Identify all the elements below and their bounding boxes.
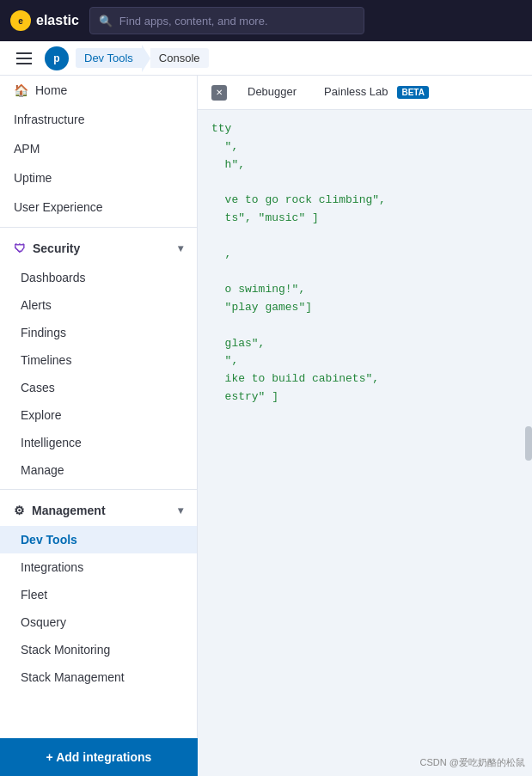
code-line-10: o swiming!", [211,281,518,299]
search-placeholder: Find apps, content, and more. [119,15,268,27]
divider-2 [0,489,197,490]
sidebar-home-label: Home [35,83,67,97]
code-content: tty ", h", ve to go rock climbing", ts",… [198,110,532,776]
code-line-8: , [211,246,518,264]
sidebar-apm-label: APM [14,142,40,156]
watermark: CSDN @爱吃奶酪的松鼠 [420,756,525,769]
security-icon: 🛡 [14,241,26,255]
code-line-12 [211,317,518,335]
sidebar-item-manage[interactable]: Manage [0,456,197,484]
sidebar-item-timelines[interactable]: Timelines [0,346,197,374]
breadcrumb-devtools[interactable]: Dev Tools [76,48,142,68]
tab-painless-lab[interactable]: Painless Lab BETA [314,80,439,105]
hamburger-icon [16,52,32,64]
code-line-14: ", [211,352,518,370]
add-integrations-button[interactable]: + Add integrations [0,738,198,776]
code-line-2: ", [211,138,518,156]
sidebar-item-cases[interactable]: Cases [0,374,197,401]
tab-close-icon[interactable]: ✕ [211,85,227,101]
sidebar-item-integrations[interactable]: Integrations [0,553,197,581]
main-content: ✕ Debugger Painless Lab BETA tty ", h", … [198,76,532,776]
sidebar-item-osquery[interactable]: Osquery [0,608,197,636]
code-line-13: glas", [211,335,518,353]
sidebar-item-uptime[interactable]: Uptime [0,163,197,192]
breadcrumb-bar: p Dev Tools Console [0,41,532,76]
sidebar-item-infrastructure[interactable]: Infrastructure [0,105,197,134]
top-navbar: e elastic 🔍 Find apps, content, and more… [0,0,532,41]
sidebar-item-intelligence[interactable]: Intelligence [0,429,197,456]
code-line-5: ve to go rock climbing", [211,192,518,210]
elastic-logo-icon: e [10,10,31,31]
management-chevron-icon: ▾ [178,504,183,516]
painless-lab-label: Painless Lab [324,85,388,98]
elastic-logo-text: elastic [36,13,79,28]
sidebar-item-stack-monitoring[interactable]: Stack Monitoring [0,636,197,663]
sidebar-item-dashboards[interactable]: Dashboards [0,264,197,291]
user-avatar[interactable]: p [45,46,69,70]
sidebar-item-apm[interactable]: APM [0,134,197,163]
sidebar-item-fleet[interactable]: Fleet [0,581,197,608]
code-line-15: ike to build cabinets", [211,370,518,388]
debugger-tab-label: Debugger [248,85,297,98]
sidebar-nav: 🏠 Home Infrastructure APM Uptime User Ex… [0,76,197,776]
svg-rect-0 [16,52,32,54]
content-tabs: ✕ Debugger Painless Lab BETA [198,76,532,110]
search-icon: 🔍 [99,15,113,27]
home-icon: 🏠 [14,83,28,97]
scroll-indicator [525,426,532,461]
security-chevron-icon: ▾ [178,242,183,254]
hamburger-button[interactable] [10,45,38,72]
beta-badge: BETA [397,86,428,99]
sidebar-security-label: Security [33,241,80,255]
sidebar-item-home[interactable]: 🏠 Home [0,76,197,105]
svg-rect-2 [16,63,32,64]
sidebar-item-alerts[interactable]: Alerts [0,291,197,319]
code-line-9 [211,263,518,281]
sidebar-item-findings[interactable]: Findings [0,319,197,346]
sidebar-section-security[interactable]: 🛡 Security ▾ [0,233,197,264]
divider-1 [0,227,197,228]
global-search[interactable]: 🔍 Find apps, content, and more. [89,7,364,34]
sidebar-userexperience-label: User Experience [14,200,103,214]
sidebar-infrastructure-label: Infrastructure [14,113,84,126]
code-line-16: estry" ] [211,388,518,406]
code-line-6: ts", "music" ] [211,210,518,228]
elastic-logo[interactable]: e elastic [10,10,79,31]
sidebar-management-label: Management [32,504,106,517]
code-line-3: h", [211,156,518,174]
sidebar-item-stack-management[interactable]: Stack Management [0,663,197,691]
sidebar-item-explore[interactable]: Explore [0,401,197,429]
svg-rect-1 [16,58,32,59]
management-gear-icon: ⚙ [14,504,25,517]
breadcrumb-arrow [142,45,150,72]
code-editor[interactable]: tty ", h", ve to go rock climbing", ts",… [198,110,532,776]
code-line-7 [211,228,518,246]
sidebar-uptime-label: Uptime [14,171,52,185]
breadcrumb-console[interactable]: Console [150,48,209,68]
code-line-1: tty [211,120,518,138]
sidebar-item-devtools[interactable]: Dev Tools [0,526,197,553]
main-layout: 🏠 Home Infrastructure APM Uptime User Ex… [0,76,532,776]
tab-debugger[interactable]: Debugger [237,80,307,105]
sidebar: 🏠 Home Infrastructure APM Uptime User Ex… [0,76,198,776]
sidebar-section-management[interactable]: ⚙ Management ▾ [0,495,197,526]
code-line-4 [211,174,518,192]
sidebar-item-user-experience[interactable]: User Experience [0,192,197,222]
code-line-11: "play games"] [211,299,518,317]
